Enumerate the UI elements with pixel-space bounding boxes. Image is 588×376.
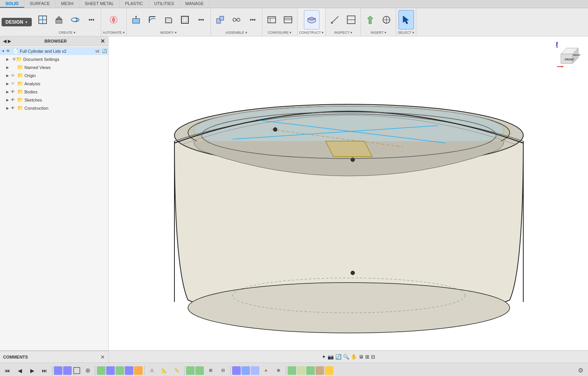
- create-new-body-btn[interactable]: [35, 10, 50, 29]
- bottom-mode-btn3[interactable]: 📏: [171, 365, 183, 376]
- bottom-vis-btn4[interactable]: ⊟: [217, 365, 229, 376]
- comments-add-btn[interactable]: ✕: [100, 354, 105, 360]
- sketches-label: Sketches: [24, 98, 107, 102]
- browser-header: ◀ ▶ BROWSER ✕: [0, 36, 108, 46]
- create-extrude-btn[interactable]: [51, 10, 67, 29]
- status-icon-camera[interactable]: 📷: [328, 354, 334, 360]
- insert-btn2[interactable]: [379, 10, 394, 29]
- browser-forward-arrow[interactable]: ▶: [8, 39, 11, 44]
- bottom-snap-btn4[interactable]: [125, 366, 133, 375]
- assemble-more-btn[interactable]: [245, 10, 260, 29]
- tab-solid[interactable]: SOLID: [0, 0, 24, 8]
- playback-end-btn[interactable]: ⏭: [39, 365, 50, 376]
- select-group: SELECT ▾: [396, 8, 416, 36]
- tab-utilities[interactable]: UTILITIES: [149, 0, 180, 8]
- bottom-extra-btn1[interactable]: [288, 366, 296, 375]
- playback-start-btn[interactable]: ⏮: [2, 365, 13, 376]
- bottom-snap-btn2[interactable]: [106, 366, 115, 375]
- status-icon-pan[interactable]: ✋: [351, 354, 357, 360]
- modify-fillet-btn[interactable]: [145, 10, 160, 29]
- browser-item-analysis[interactable]: ▶ 👁 📁 Analysis: [0, 79, 108, 88]
- bottom-select-btn2[interactable]: [63, 366, 72, 375]
- create-revolve-btn[interactable]: [67, 10, 83, 29]
- design-button[interactable]: DESIGN ▼: [2, 18, 32, 26]
- status-icon-grid2[interactable]: ⊟: [371, 354, 375, 360]
- bottom-extra-btn2[interactable]: [297, 366, 305, 375]
- browser-item-origin[interactable]: ▶ 👁 📁 Origin: [0, 71, 108, 79]
- bottom-mode-btn1[interactable]: ⚠: [146, 365, 158, 376]
- bottom-layout-btn5[interactable]: ⊕: [272, 365, 284, 376]
- modify-press-pull-btn[interactable]: [128, 10, 144, 29]
- select-btn[interactable]: [398, 10, 414, 29]
- tab-manage[interactable]: MANAGE: [180, 0, 210, 8]
- status-icon-zoom[interactable]: 🔍: [343, 354, 349, 360]
- browser-back-arrow[interactable]: ◀: [3, 39, 6, 44]
- bottom-extra-btn4[interactable]: [316, 366, 324, 375]
- browser-item-named-views[interactable]: ▶ 📁 Named Views: [0, 63, 108, 71]
- tab-mesh[interactable]: MESH: [56, 0, 79, 8]
- bottom-extra-btn3[interactable]: [306, 366, 315, 375]
- configure-btn2[interactable]: [280, 10, 296, 29]
- bottom-snap-btn3[interactable]: [116, 366, 124, 375]
- inspect-label: INSPECT ▾: [334, 31, 352, 35]
- configure-label: CONFIGURE ▾: [268, 31, 292, 35]
- playback-play-btn[interactable]: ▶: [26, 365, 38, 376]
- inspect-section-btn[interactable]: [343, 10, 359, 29]
- bottom-layout-btn3[interactable]: [251, 366, 259, 375]
- browser-item-construction[interactable]: ▶ 👁 📁 Construction: [0, 104, 108, 112]
- bottom-select-btn[interactable]: [54, 366, 62, 375]
- bottom-mode-btn2[interactable]: 📐: [159, 365, 170, 376]
- svg-marker-13: [135, 16, 137, 17]
- configure-group: CONFIGURE ▾: [262, 8, 298, 36]
- settings-gear-btn[interactable]: ⚙: [575, 365, 586, 376]
- tab-sheet-metal[interactable]: SHEET METAL: [79, 0, 119, 8]
- bottom-vis-btn1[interactable]: [186, 366, 195, 375]
- browser-item-doc-settings[interactable]: ▶ ⚙ 📁 Document Settings: [0, 55, 108, 63]
- browser-item-sketches[interactable]: ▶ 👁 📁 Sketches: [0, 96, 108, 104]
- status-icon-orbit[interactable]: 🔄: [335, 354, 341, 360]
- svg-point-60: [273, 128, 277, 131]
- svg-text:Z: Z: [556, 43, 558, 46]
- construct-offset-plane-btn[interactable]: [304, 10, 319, 29]
- inspect-measure-btn[interactable]: [327, 10, 343, 29]
- bottom-vis-btn3[interactable]: ⊞: [205, 365, 216, 376]
- viewport[interactable]: Z FRONT RIGHT: [109, 36, 588, 350]
- browser-item-bodies[interactable]: ▶ 👁 📁 Bodies: [0, 88, 108, 96]
- assemble-joint-btn[interactable]: [229, 10, 244, 29]
- bottom-layout-btn1[interactable]: [232, 366, 241, 375]
- analysis-label: Analysis: [24, 81, 107, 86]
- browser-title: BROWSER: [11, 39, 100, 43]
- root-version-badge: v2: [94, 49, 100, 53]
- playback-back-btn[interactable]: ◀: [14, 365, 26, 376]
- status-icon-display[interactable]: 🖥: [359, 354, 364, 360]
- construct-group: CONSTRUCT ▾: [298, 8, 326, 36]
- bottom-vis-btn2[interactable]: [195, 366, 204, 375]
- bottom-extra-btn5[interactable]: [325, 366, 333, 375]
- view-cube[interactable]: Z FRONT RIGHT: [553, 40, 584, 71]
- insert-btn1[interactable]: [362, 10, 378, 29]
- bottom-snap-btn1[interactable]: [97, 366, 105, 375]
- bottom-btn3[interactable]: [72, 366, 81, 375]
- configure-btn1[interactable]: [264, 10, 279, 29]
- create-more-btn[interactable]: [84, 10, 99, 29]
- tab-plastic[interactable]: PLASTIC: [120, 0, 149, 8]
- svg-point-24: [237, 18, 240, 21]
- bottom-btn4[interactable]: ⊕: [82, 365, 93, 376]
- modify-shell-btn[interactable]: [177, 10, 193, 29]
- browser-item-root[interactable]: ▼ 👁 📄 Full Cylindar and Lids v2 v2 🔄: [0, 47, 108, 55]
- browser-close-btn[interactable]: ✕: [100, 38, 105, 44]
- status-icon-1[interactable]: ✦: [322, 354, 326, 360]
- bottom-layout-btn4[interactable]: 🔺: [260, 365, 272, 376]
- svg-rect-16: [181, 16, 188, 23]
- svg-marker-14: [166, 18, 172, 23]
- modify-chamfer-btn[interactable]: [161, 10, 176, 29]
- bottom-layout-btn2[interactable]: [241, 366, 250, 375]
- bottom-snap-btn5[interactable]: [134, 366, 143, 375]
- automate-btn[interactable]: [106, 10, 121, 29]
- root-update-icon[interactable]: 🔄: [102, 49, 107, 53]
- tab-surface[interactable]: SURFACE: [24, 0, 56, 8]
- status-icon-grid[interactable]: ⊞: [365, 354, 369, 360]
- modify-more-btn[interactable]: [193, 10, 209, 29]
- assemble-new-component-btn[interactable]: [212, 10, 228, 29]
- comments-label: COMMENTS: [3, 355, 28, 359]
